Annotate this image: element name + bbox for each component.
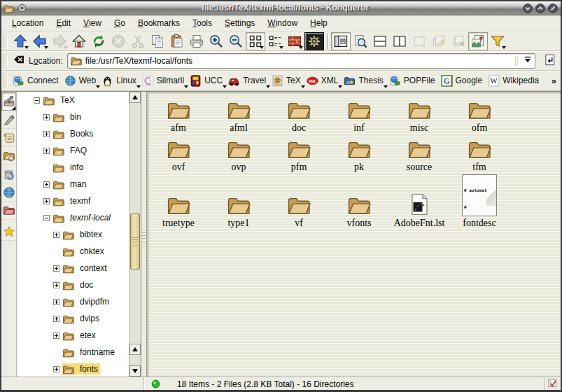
file-item-type1[interactable]: type1	[209, 172, 269, 229]
menu-edit[interactable]: Edit	[50, 16, 77, 30]
file-item-vfonts[interactable]: vfonts	[329, 172, 389, 229]
bookmark-xml[interactable]: XMLXML	[304, 74, 342, 88]
location-dropdown-button[interactable]	[521, 54, 535, 68]
tree-item-bin[interactable]: bin	[17, 108, 129, 125]
file-item-inf[interactable]: inf	[329, 96, 389, 134]
tree-item-man[interactable]: man	[17, 176, 129, 192]
file-item-ovf[interactable]: ovf	[148, 135, 209, 173]
file-item-misc[interactable]: misc	[389, 96, 449, 134]
filter-button[interactable]	[488, 32, 507, 50]
bookmark-thesis[interactable]: Thesis	[342, 74, 386, 88]
zoom-in-button[interactable]	[206, 32, 226, 50]
tree-item-texmf[interactable]: texmf	[17, 192, 129, 209]
sidebar-network-button[interactable]	[1, 183, 16, 202]
scroll-up-button-bottom[interactable]	[129, 344, 141, 355]
home-button[interactable]	[69, 32, 89, 50]
bookmark-silmaril[interactable]: Silmaril	[140, 74, 188, 88]
collapse-icon[interactable]	[34, 97, 40, 104]
scroll-down-button[interactable]	[129, 365, 141, 377]
file-item-adobefnt[interactable]: AdobeFnt.lst	[389, 172, 449, 229]
sidebar-config-button[interactable]	[1, 92, 16, 111]
clear-location-button[interactable]	[10, 52, 27, 69]
new-tab-button[interactable]	[429, 32, 449, 50]
bookmark-wikipedia[interactable]: WWikipedia	[486, 74, 542, 88]
sidebar-bookmarks-button[interactable]	[1, 223, 16, 241]
go-button[interactable]	[541, 52, 558, 69]
paste-button[interactable]	[167, 32, 187, 50]
tree-item-etex[interactable]: etex	[17, 327, 129, 344]
up-button[interactable]	[10, 32, 30, 50]
tree-item-books[interactable]: Books	[17, 125, 129, 142]
tree-item-context[interactable]: context	[17, 260, 129, 276]
bookmark-tex[interactable]: TeX	[269, 74, 304, 88]
location-value[interactable]: file:/usr/TeX/texmf-local/fonts	[85, 56, 515, 66]
file-item-truetype[interactable]: truetype	[148, 172, 209, 229]
menu-window[interactable]: Window	[261, 16, 304, 30]
minimize-button[interactable]	[523, 4, 533, 13]
bricks-view-button[interactable]	[285, 32, 304, 50]
expand-icon[interactable]	[53, 282, 59, 288]
tree-item-fontname[interactable]: fontname	[17, 344, 129, 360]
scroll-up-button[interactable]	[129, 92, 141, 103]
back-button[interactable]	[30, 32, 50, 50]
icon-view[interactable]: afm afml doc inf misc ofm ovf ovp pfm pk…	[147, 92, 561, 377]
expand-icon[interactable]	[43, 131, 50, 137]
tree-item-dvipdfm[interactable]: dvipdfm	[17, 293, 129, 310]
expand-icon[interactable]	[53, 332, 59, 339]
navigation-panel-button[interactable]	[331, 32, 351, 50]
bookmark-ucc[interactable]: UCC	[188, 74, 226, 88]
menu-bookmarks[interactable]: Bookmarks	[132, 16, 186, 30]
tree-item-bibtex[interactable]: bibtex	[17, 226, 129, 243]
sidebar-services-button[interactable]	[1, 165, 16, 183]
location-input[interactable]: file:/usr/TeX/texmf-local/fonts	[67, 53, 535, 69]
file-item-ofm[interactable]: ofm	[449, 96, 510, 134]
scrollbar-thumb[interactable]	[130, 214, 140, 270]
sidebar-root-folder-button[interactable]	[1, 202, 16, 220]
bookmark-google[interactable]: GGoogle	[439, 74, 486, 88]
location-toolbar-handle[interactable]	[3, 54, 8, 68]
expand-icon[interactable]	[53, 366, 59, 372]
menu-tools[interactable]: Tools	[186, 16, 218, 30]
toolbar-handle[interactable]	[3, 34, 8, 48]
split-top-bottom-button[interactable]	[370, 32, 390, 50]
expand-icon[interactable]	[53, 265, 59, 272]
zoom-out-button[interactable]	[226, 32, 246, 50]
tree-item-faq[interactable]: FAQ	[17, 142, 129, 159]
bookmarks-toolbar-handle[interactable]	[3, 74, 8, 88]
file-item-pfm[interactable]: pfm	[269, 135, 329, 173]
close-button[interactable]	[548, 4, 558, 13]
print-button[interactable]	[187, 32, 206, 50]
tree-item-chktex[interactable]: chktex	[17, 243, 129, 260]
sidebar-home-folder-button[interactable]	[1, 147, 16, 165]
menu-go[interactable]: Go	[108, 16, 132, 30]
bookmark-travel[interactable]: Travel	[226, 74, 269, 88]
bookmark-web[interactable]: Web	[62, 74, 99, 88]
file-item-afml[interactable]: afml	[209, 96, 269, 134]
menu-settings[interactable]: Settings	[218, 16, 261, 30]
tree-item-tex[interactable]: TeX	[17, 92, 129, 108]
terminal-emulator-button[interactable]	[304, 32, 324, 50]
sticky-button[interactable]	[17, 4, 27, 13]
close-tab-button[interactable]	[449, 32, 468, 50]
tree-item-texmf-local[interactable]: texmf-local	[17, 209, 129, 226]
tree-scrollbar[interactable]	[129, 92, 141, 377]
forward-button[interactable]	[50, 32, 69, 50]
stop-button[interactable]	[108, 32, 128, 50]
split-left-right-button[interactable]	[390, 32, 409, 50]
cut-button[interactable]	[128, 32, 148, 50]
title-bar[interactable]: file:/usr/TeX/texmf-local/fonts - Konque…	[1, 1, 561, 15]
remove-view-button[interactable]	[409, 32, 429, 50]
expand-icon[interactable]	[53, 232, 59, 238]
bookmark-linux[interactable]: Linux	[99, 74, 140, 88]
tree-item-doc[interactable]: doc	[17, 276, 129, 293]
panel-splitter[interactable]	[141, 92, 147, 377]
find-file-button[interactable]	[351, 32, 370, 50]
copy-button[interactable]	[148, 32, 167, 50]
file-item-vf[interactable]: vf	[269, 172, 329, 229]
file-item-afm[interactable]: afm	[148, 96, 209, 134]
file-item-pk[interactable]: pk	[329, 135, 389, 173]
menu-view[interactable]: View	[77, 16, 108, 30]
icon-view-button[interactable]	[246, 32, 265, 50]
menu-location[interactable]: Location	[6, 16, 50, 30]
expand-icon[interactable]	[53, 299, 59, 305]
